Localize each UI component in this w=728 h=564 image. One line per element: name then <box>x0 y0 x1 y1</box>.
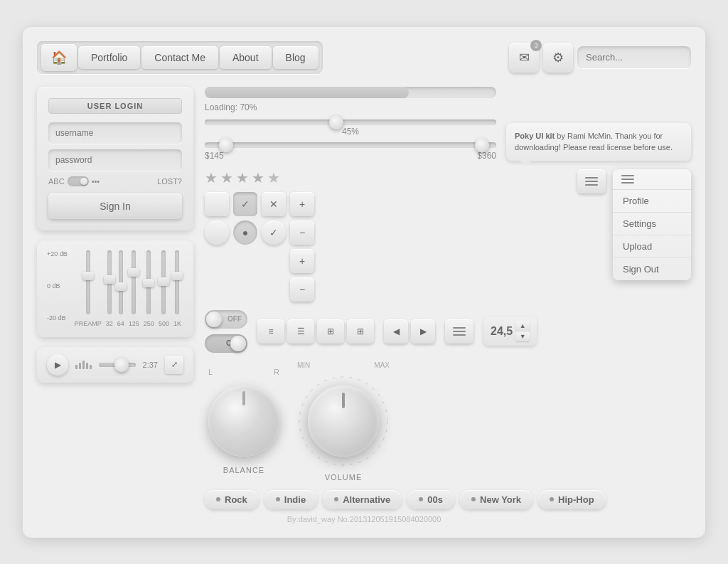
eq-thumb-64[interactable] <box>115 282 127 291</box>
tag-newyork[interactable]: New York <box>460 490 532 509</box>
view-grid4-button[interactable]: ⊞ <box>347 319 374 344</box>
minus-button-2[interactable]: − <box>290 277 314 302</box>
view-compact-button[interactable]: ☰ <box>287 319 314 344</box>
eq-slider-125[interactable] <box>132 250 136 314</box>
menu-item-profile[interactable]: Profile <box>613 190 691 213</box>
minus-button[interactable]: − <box>290 220 314 245</box>
nav-blog-button[interactable]: Blog <box>273 46 318 69</box>
username-input[interactable] <box>48 122 182 144</box>
next-button[interactable]: ▶ <box>411 319 435 344</box>
slider1-track[interactable] <box>205 119 496 125</box>
content-grid: USER LOGIN ABC ••• LOST? Sign In <box>37 87 691 509</box>
range-min-label: $145 <box>205 151 224 161</box>
mail-badge: 3 <box>530 40 542 51</box>
tag-00s[interactable]: 00s <box>407 490 454 509</box>
eq-thumb-500[interactable] <box>158 277 169 286</box>
eq-slider-64[interactable] <box>119 250 123 314</box>
eq-thumb-32[interactable] <box>104 275 115 284</box>
star-2[interactable]: ★ <box>220 169 233 186</box>
tag-rock[interactable]: Rock <box>205 490 259 509</box>
checkbox-checked[interactable]: ✓ <box>233 192 257 216</box>
nav-about-button[interactable]: About <box>220 46 272 69</box>
balance-container: L R BALANCE <box>205 368 283 474</box>
play-button[interactable]: ▶ <box>47 354 68 376</box>
top-right-section: Loading: 70% 45% <box>205 87 691 161</box>
star-3[interactable]: ★ <box>236 169 249 186</box>
volume-bars <box>75 361 92 369</box>
tag-alternative[interactable]: Alternative <box>323 490 402 509</box>
tag-indie[interactable]: Indie <box>264 490 317 509</box>
mail-button[interactable]: ✉ 3 <box>509 43 539 73</box>
tag-hiphop[interactable]: Hip-Hop <box>538 490 606 509</box>
eq-thumb-250[interactable] <box>143 279 154 287</box>
tag-dot-alternative <box>334 497 338 501</box>
radio-checked[interactable]: ● <box>233 220 257 245</box>
slider1-label: 45% <box>205 127 496 137</box>
lost-label[interactable]: LOST? <box>157 177 182 186</box>
eq-band-32: 32 <box>106 250 113 327</box>
range-slider-section: $145 $360 <box>205 142 496 161</box>
eq-band-preamp: PREAMP <box>75 250 102 327</box>
prev-button[interactable]: ◀ <box>384 319 408 344</box>
loading-track[interactable] <box>205 87 496 98</box>
watermark: By:david_way No.201312051915084020000 <box>37 515 691 523</box>
menu-icon-line-2 <box>621 179 634 180</box>
menu-item-settings[interactable]: Settings <box>613 213 691 235</box>
checkbox-empty[interactable] <box>205 192 229 216</box>
range-slider-track[interactable] <box>205 142 496 148</box>
star-5[interactable]: ★ <box>267 169 280 186</box>
preamp-thumb[interactable] <box>82 272 94 280</box>
radio-check[interactable]: ✓ <box>262 220 286 245</box>
radio-empty[interactable] <box>205 220 229 245</box>
plus-button[interactable]: + <box>290 192 314 216</box>
view-list-button[interactable]: ≡ <box>257 319 284 344</box>
volume-knob[interactable] <box>308 385 379 457</box>
nav-contact-button[interactable]: Contact Me <box>141 46 218 69</box>
toggle-off[interactable]: OFF <box>205 310 247 329</box>
search-input[interactable] <box>577 46 691 68</box>
eq-slider-500[interactable] <box>161 250 166 314</box>
password-input[interactable] <box>48 149 182 171</box>
nav-home-button[interactable]: 🏠 <box>41 44 77 71</box>
star-1[interactable]: ★ <box>205 169 218 186</box>
progress-track[interactable] <box>99 363 136 367</box>
eq-slider-250[interactable] <box>146 250 151 314</box>
slider1-thumb[interactable] <box>329 115 343 129</box>
menu-item-upload[interactable]: Upload <box>613 235 691 258</box>
star-4[interactable]: ★ <box>252 169 264 186</box>
menu-icon-line-1 <box>621 175 634 176</box>
vol-bar-1 <box>75 365 77 369</box>
eq-slider-32[interactable] <box>107 250 112 314</box>
menu-item-signout[interactable]: Sign Out <box>613 258 691 280</box>
balance-knob[interactable] <box>208 385 279 457</box>
spinner-down[interactable]: ▼ <box>515 331 530 341</box>
plus-button-2[interactable]: + <box>290 249 314 273</box>
eq-thumb-1k[interactable] <box>171 272 183 280</box>
login-box: USER LOGIN ABC ••• LOST? Sign In <box>37 87 193 230</box>
eq-slider-1k[interactable] <box>175 250 179 314</box>
abc-toggle[interactable] <box>68 176 89 186</box>
preamp-slider[interactable] <box>86 250 90 314</box>
range-thumb-right[interactable] <box>475 138 489 152</box>
toggle-on[interactable]: ON <box>205 334 247 353</box>
menu-header <box>613 169 691 190</box>
standalone-line-3 <box>453 334 466 336</box>
tag-dot-hiphop <box>550 497 554 501</box>
progress-thumb[interactable] <box>114 358 129 372</box>
eq-thumb-125[interactable] <box>128 268 139 277</box>
view-grid2-button[interactable]: ⊞ <box>317 319 344 344</box>
range-thumb-left[interactable] <box>219 138 233 152</box>
settings-button[interactable]: ⚙ <box>543 43 573 73</box>
range-max-label: $360 <box>477 151 496 161</box>
hamburger-standalone-button[interactable] <box>445 319 473 344</box>
eq-freq-64: 64 <box>117 320 124 327</box>
expand-button[interactable]: ⤢ <box>165 356 183 374</box>
toggles-view-row: OFF ON ≡ ☰ ⊞ ⊞ ◀ ▶ <box>205 310 691 353</box>
abc-label: ABC <box>48 177 65 186</box>
spinner-arrows: ▲ ▼ <box>515 321 530 341</box>
nav-portfolio-button[interactable]: Portfolio <box>78 46 140 69</box>
spinner-up[interactable]: ▲ <box>515 321 530 331</box>
hamburger-button[interactable] <box>577 169 606 193</box>
checkbox-x[interactable]: ✕ <box>262 192 286 216</box>
sign-in-button[interactable]: Sign In <box>48 193 182 219</box>
